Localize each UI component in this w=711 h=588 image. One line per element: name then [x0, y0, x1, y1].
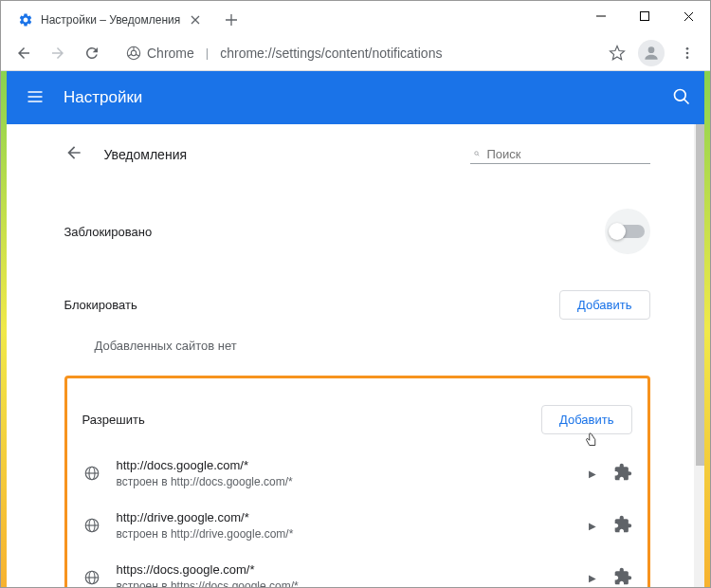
maximize-button[interactable]: [623, 1, 666, 31]
chevron-right-icon[interactable]: ▶: [589, 469, 596, 479]
reload-button[interactable]: [77, 38, 107, 68]
profile-avatar[interactable]: [638, 40, 665, 66]
chrome-label: Chrome: [147, 46, 194, 61]
back-arrow-icon[interactable]: [64, 143, 83, 165]
search-icon-small: [474, 147, 480, 160]
site-row: http://docs.google.com/* встроен в http:…: [73, 448, 632, 500]
search-icon[interactable]: [672, 87, 691, 109]
inline-search[interactable]: [470, 145, 650, 164]
url-separator: |: [206, 46, 209, 60]
block-section-label: Блокировать: [64, 298, 137, 312]
site-embed: встроен в https://docs.google.com/*: [117, 579, 574, 587]
svg-point-3: [648, 46, 655, 53]
svg-point-8: [474, 152, 478, 156]
svg-point-7: [675, 89, 686, 101]
new-tab-button[interactable]: [218, 7, 245, 33]
address-bar[interactable]: Chrome | chrome://settings/content/notif…: [115, 40, 596, 66]
settings-header: Настройки: [7, 71, 710, 124]
site-url: http://docs.google.com/*: [117, 457, 574, 474]
svg-point-2: [131, 50, 136, 55]
svg-point-5: [686, 51, 689, 54]
minimize-button[interactable]: [579, 1, 623, 31]
site-embed: встроен в http://drive.google.com/*: [117, 526, 574, 542]
window-controls: [579, 1, 710, 31]
hamburger-icon[interactable]: [26, 87, 45, 109]
extension-icon[interactable]: [613, 463, 632, 485]
site-url: https://docs.google.com/*: [117, 561, 574, 579]
svg-point-6: [686, 56, 689, 59]
globe-icon: [82, 464, 101, 483]
browser-toolbar: Chrome | chrome://settings/content/notif…: [1, 35, 710, 71]
add-allow-button[interactable]: Добавить: [541, 405, 631, 434]
search-input[interactable]: [487, 147, 647, 161]
allow-section-label: Разрешить: [82, 413, 145, 427]
browser-tab[interactable]: Настройки – Уведомления: [7, 5, 214, 35]
extension-icon[interactable]: [613, 515, 632, 537]
blocked-toggle[interactable]: [611, 225, 645, 238]
settings-title: Настройки: [64, 88, 142, 107]
kebab-menu-button[interactable]: [672, 38, 702, 68]
site-url: http://drive.google.com/*: [117, 509, 574, 526]
add-block-button[interactable]: Добавить: [559, 290, 649, 320]
blocked-label: Заблокировано: [64, 225, 153, 239]
bookmark-button[interactable]: [604, 40, 630, 66]
toggle-background: [605, 209, 650, 254]
gear-icon: [18, 12, 33, 28]
block-empty-text: Добавленных сайтов нет: [64, 333, 650, 358]
forward-button[interactable]: [43, 38, 73, 68]
back-button[interactable]: [9, 38, 39, 68]
page-title: Уведомления: [104, 147, 188, 162]
chevron-right-icon[interactable]: ▶: [589, 573, 596, 583]
chevron-right-icon[interactable]: ▶: [589, 521, 596, 531]
window-titlebar: Настройки – Уведомления: [1, 1, 710, 35]
toggle-knob: [609, 223, 626, 240]
svg-point-4: [686, 47, 689, 50]
extension-icon[interactable]: [613, 567, 632, 587]
allow-highlight-box: Разрешить Добавить http://docs.google.co…: [64, 376, 650, 587]
edge-gradient-right: [704, 71, 710, 587]
globe-icon: [82, 568, 101, 587]
chrome-badge: Chrome: [126, 46, 194, 61]
tabs-area: Настройки – Уведомления: [1, 1, 245, 35]
close-window-button[interactable]: [666, 1, 710, 31]
svg-rect-0: [641, 12, 649, 21]
url-text: chrome://settings/content/notifications: [220, 46, 442, 61]
globe-icon: [82, 516, 101, 535]
site-embed: встроен в http://docs.google.com/*: [117, 474, 574, 490]
site-row: https://docs.google.com/* встроен в http…: [73, 552, 632, 587]
tab-title: Настройки – Уведомления: [41, 13, 180, 27]
site-row: http://drive.google.com/* встроен в http…: [73, 500, 632, 552]
close-icon[interactable]: [188, 12, 203, 28]
